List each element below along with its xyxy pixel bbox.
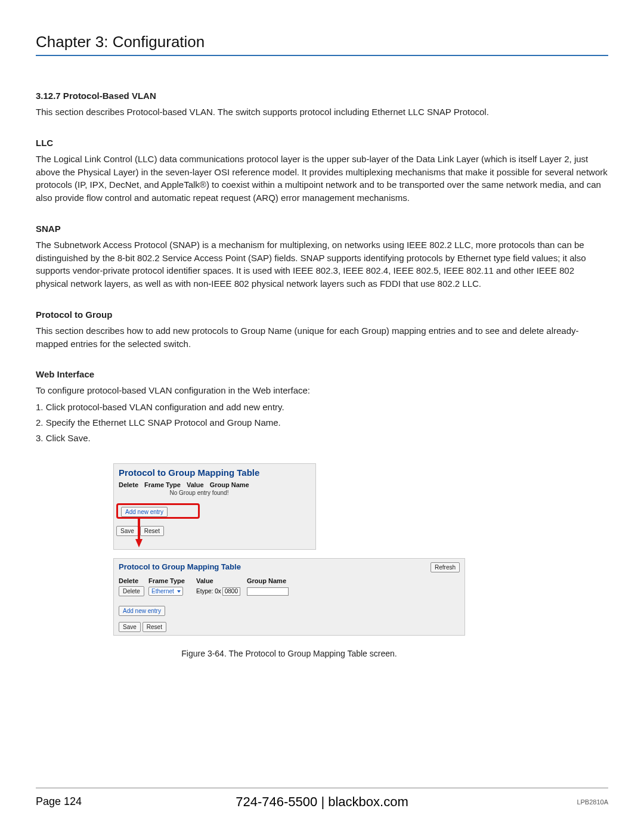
document-page: Chapter 3: Configuration 3.12.7 Protocol… bbox=[0, 0, 644, 833]
save-button[interactable]: Save bbox=[116, 526, 138, 536]
section-body: This section describes how to add new pr… bbox=[36, 324, 608, 351]
reset-button[interactable]: Reset bbox=[140, 526, 164, 536]
model-number: LPB2810A bbox=[577, 798, 608, 806]
footer-contact: 724-746-5500 | blackbox.com bbox=[36, 794, 608, 810]
refresh-button[interactable]: Refresh bbox=[431, 562, 460, 572]
col-value: Value bbox=[196, 577, 241, 584]
section-body: The Subnetwork Access Protocol (SNAP) is… bbox=[36, 239, 608, 290]
section-llc: LLC The Logical Link Control (LLC) data … bbox=[36, 138, 608, 205]
section-heading: Web Interface bbox=[36, 369, 608, 379]
group-name-input[interactable] bbox=[247, 587, 289, 596]
page-number: Page 124 bbox=[36, 795, 82, 808]
step-item: 3. Click Save. bbox=[36, 432, 608, 445]
section-heading: Protocol to Group bbox=[36, 309, 608, 320]
section-heading: LLC bbox=[36, 138, 608, 148]
section-web-interface: Web Interface To configure protocol-base… bbox=[36, 369, 608, 444]
section-3-12-7: 3.12.7 Protocol-Based VLAN This section … bbox=[36, 91, 608, 119]
section-intro: To configure protocol-based VLAN configu… bbox=[36, 384, 608, 397]
section-snap: SNAP The Subnetwork Access Protocol (SNA… bbox=[36, 224, 608, 290]
step-list: 1. Click protocol-based VLAN configurati… bbox=[36, 401, 608, 444]
figure-wrapper: Protocol to Group Mapping Table Delete F… bbox=[113, 463, 465, 658]
reset-button[interactable]: Reset bbox=[143, 622, 166, 632]
save-button[interactable]: Save bbox=[119, 622, 141, 632]
table-row: Delete Ethernet Etype: 0x bbox=[119, 586, 460, 596]
section-body: This section describes Protocol-based VL… bbox=[36, 106, 608, 119]
col-group-name: Group Name bbox=[210, 481, 249, 488]
col-delete: Delete bbox=[119, 481, 138, 488]
section-body: The Logical Link Control (LLC) data comm… bbox=[36, 153, 608, 205]
arrow-head-icon bbox=[135, 539, 143, 547]
col-delete: Delete bbox=[119, 577, 143, 584]
section-heading: 3.12.7 Protocol-Based VLAN bbox=[36, 91, 608, 101]
figure-caption: Figure 3-64. The Protocol to Group Mappi… bbox=[113, 649, 465, 658]
step-item: 2. Specify the Ethernet LLC SNAP Protoco… bbox=[36, 416, 608, 429]
col-value: Value bbox=[187, 481, 204, 488]
panel-title: Protocol to Group Mapping Table bbox=[119, 562, 460, 571]
step-item: 1. Click protocol-based VLAN configurati… bbox=[36, 401, 608, 414]
empty-state-text: No Group entry found! bbox=[119, 490, 280, 496]
col-frame-type: Frame Type bbox=[144, 481, 181, 488]
etype-value-input[interactable] bbox=[222, 587, 240, 596]
col-frame-type: Frame Type bbox=[148, 577, 190, 584]
value-cell: Etype: 0x bbox=[196, 587, 241, 596]
delete-row-button[interactable]: Delete bbox=[119, 586, 144, 596]
chapter-title: Chapter 3: Configuration bbox=[36, 33, 608, 56]
screenshot-mapping-table-empty: Protocol to Group Mapping Table Delete F… bbox=[113, 463, 316, 550]
section-heading: SNAP bbox=[36, 224, 608, 234]
col-group-name: Group Name bbox=[247, 577, 295, 584]
etype-prefix-label: Etype: 0x bbox=[196, 588, 221, 594]
screenshot-mapping-table-row: Protocol to Group Mapping Table Refresh … bbox=[113, 558, 465, 636]
highlight-box-icon bbox=[116, 503, 200, 519]
frame-type-select[interactable]: Ethernet bbox=[148, 587, 183, 596]
action-row: Save Reset bbox=[119, 622, 460, 632]
section-protocol-to-group: Protocol to Group This section describes… bbox=[36, 309, 608, 351]
add-new-entry-button[interactable]: Add new entry bbox=[119, 606, 165, 616]
panel-title: Protocol to Group Mapping Table bbox=[119, 467, 311, 478]
add-entry-row: Add new entry bbox=[119, 605, 460, 616]
arrow-stem-icon bbox=[138, 519, 140, 539]
table-header-row: Delete Frame Type Value Group Name bbox=[119, 481, 311, 488]
table-header-row: Delete Frame Type Value Group Name bbox=[119, 577, 460, 584]
page-footer: Page 124 724-746-5500 | blackbox.com LPB… bbox=[36, 788, 608, 808]
